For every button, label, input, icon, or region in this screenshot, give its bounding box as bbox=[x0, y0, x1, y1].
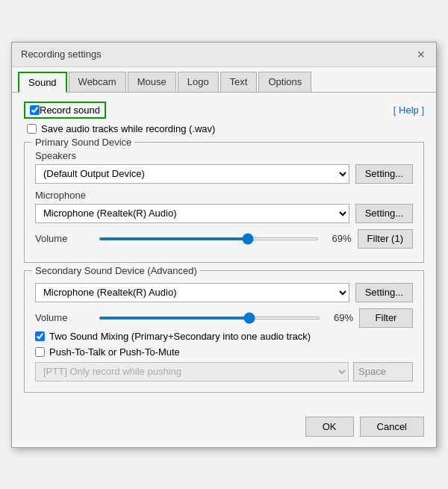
primary-volume-row: Volume 69% Filter (1) bbox=[35, 229, 413, 249]
ptt-select[interactable]: [PTT] Only record while pushing bbox=[35, 362, 349, 381]
secondary-volume-pct: 69% bbox=[326, 312, 353, 323]
microphone-setting-button[interactable]: Setting... bbox=[355, 204, 413, 223]
speakers-row: (Default Output Device) Setting... bbox=[35, 164, 413, 184]
two-sound-mixing-label: Two Sound Mixing (Primary+Secondary into… bbox=[49, 331, 311, 342]
secondary-slider-wrap bbox=[99, 317, 320, 320]
primary-volume-label: Volume bbox=[35, 233, 99, 244]
record-sound-group: Record sound bbox=[24, 102, 106, 119]
speakers-setting-button[interactable]: Setting... bbox=[355, 164, 413, 184]
two-sound-mixing-checkbox[interactable] bbox=[35, 331, 45, 341]
bottom-row: OK Cancel bbox=[12, 409, 436, 447]
save-audio-checkbox[interactable] bbox=[27, 124, 37, 134]
push-to-talk-label: Push-To-Talk or Push-To-Mute bbox=[49, 346, 180, 358]
record-sound-checkbox[interactable] bbox=[30, 105, 40, 115]
save-audio-row: Save audio tracks while recording (.wav) bbox=[24, 123, 424, 134]
ptt-row: [PTT] Only record while pushing bbox=[35, 362, 413, 381]
speakers-label-row: Speakers bbox=[35, 150, 413, 161]
speakers-dropdown-wrap: (Default Output Device) bbox=[35, 164, 349, 184]
cancel-button[interactable]: Cancel bbox=[360, 417, 424, 437]
close-button[interactable]: ✕ bbox=[415, 49, 427, 60]
push-to-talk-row: Push-To-Talk or Push-To-Mute bbox=[35, 346, 413, 358]
secondary-volume-row: Volume 69% Filter bbox=[35, 308, 413, 328]
primary-device-group: Primary Sound Device Speakers (Default O… bbox=[24, 142, 424, 263]
tab-text[interactable]: Text bbox=[220, 72, 258, 92]
title-bar: Recording settings ✕ bbox=[12, 43, 436, 67]
tab-bar: Sound Webcam Mouse Logo Text Options bbox=[12, 67, 436, 93]
tab-mouse[interactable]: Mouse bbox=[128, 72, 176, 92]
primary-device-title: Primary Sound Device bbox=[32, 137, 134, 148]
secondary-microphone-row: Microphone (Realtek(R) Audio) Setting... bbox=[35, 283, 413, 302]
tab-options[interactable]: Options bbox=[258, 72, 311, 92]
secondary-volume-slider[interactable] bbox=[99, 317, 320, 320]
speakers-label: Speakers bbox=[35, 150, 413, 161]
secondary-filter-button[interactable]: Filter bbox=[359, 308, 413, 328]
dialog-title: Recording settings bbox=[21, 49, 102, 60]
primary-filter-button[interactable]: Filter (1) bbox=[358, 229, 413, 249]
speakers-select[interactable]: (Default Output Device) bbox=[35, 164, 349, 184]
help-link[interactable]: [ Help ] bbox=[393, 105, 424, 116]
tab-logo[interactable]: Logo bbox=[178, 72, 219, 92]
record-sound-label: Record sound bbox=[40, 105, 100, 116]
secondary-microphone-dropdown-wrap: Microphone (Realtek(R) Audio) bbox=[35, 283, 349, 302]
ptt-key-input[interactable] bbox=[353, 362, 413, 381]
secondary-microphone-select[interactable]: Microphone (Realtek(R) Audio) bbox=[35, 283, 349, 302]
microphone-select[interactable]: Microphone (Realtek(R) Audio) bbox=[35, 204, 349, 223]
microphone-label: Microphone bbox=[35, 190, 413, 201]
primary-volume-pct: 69% bbox=[325, 233, 352, 244]
two-sound-mixing-row: Two Sound Mixing (Primary+Secondary into… bbox=[35, 331, 413, 342]
save-audio-label: Save audio tracks while recording (.wav) bbox=[41, 123, 215, 134]
microphone-row: Microphone (Realtek(R) Audio) Setting... bbox=[35, 204, 413, 223]
tab-webcam[interactable]: Webcam bbox=[69, 72, 126, 92]
tab-sound[interactable]: Sound bbox=[18, 72, 67, 93]
microphone-dropdown-wrap: Microphone (Realtek(R) Audio) bbox=[35, 204, 349, 223]
recording-settings-dialog: Recording settings ✕ Sound Webcam Mouse … bbox=[11, 42, 437, 448]
record-sound-row: Record sound [ Help ] bbox=[24, 102, 424, 119]
tab-content: Record sound [ Help ] Save audio tracks … bbox=[12, 93, 436, 409]
primary-volume-slider[interactable] bbox=[99, 237, 319, 240]
secondary-volume-label: Volume bbox=[35, 312, 99, 323]
secondary-setting-button[interactable]: Setting... bbox=[355, 283, 413, 302]
secondary-device-group: Secondary Sound Device (Advanced) Microp… bbox=[24, 270, 424, 393]
ok-button[interactable]: OK bbox=[305, 417, 354, 437]
primary-slider-wrap bbox=[99, 237, 319, 240]
push-to-talk-checkbox[interactable] bbox=[35, 347, 45, 357]
microphone-label-row: Microphone bbox=[35, 190, 413, 201]
secondary-device-title: Secondary Sound Device (Advanced) bbox=[32, 265, 200, 276]
